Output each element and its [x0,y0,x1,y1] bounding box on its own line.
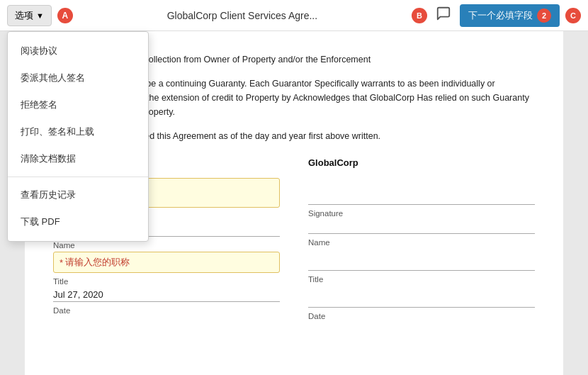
menu-item-clear[interactable]: 清除文档数据 [8,145,148,172]
badge-c: C [565,8,581,23]
options-button[interactable]: 选项 ▼ [7,5,52,26]
document-title: GlobalCorp Client Services Agre... [73,10,412,21]
badge-b: B [412,8,427,23]
globalcorp-column: GlobalCorp Signature Name Title Date [301,157,535,323]
toolbar: 选项 ▼ A GlobalCorp Client Services Agre..… [0,0,588,31]
globalcorp-date-label: Date [308,312,535,320]
menu-item-delegate[interactable]: 委派其他人签名 [8,65,148,91]
title-field-label: Title [53,277,280,286]
chat-icon-button[interactable] [433,3,454,28]
title-input-field[interactable]: * 请输入您的职称 [53,252,280,273]
menu-item-download[interactable]: 下载 PDF [8,208,148,235]
dropdown-menu: 阅读协议 委派其他人签名 拒绝签名 打印、签名和上载 清除文档数据 查看历史记录… [7,31,149,242]
globalcorp-date-field [308,293,535,308]
next-field-label: 下一个必填字段 [468,9,533,22]
globalcorp-sig-field [308,178,535,205]
globalcorp-name-field [308,220,535,234]
menu-item-print[interactable]: 打印、签名和上载 [8,118,148,145]
globalcorp-label: GlobalCorp [308,157,535,168]
globalcorp-sig-label: Signature [308,209,535,218]
toolbar-right: B 下一个必填字段 2 C [412,3,581,28]
options-label: 选项 [15,9,33,22]
menu-item-decline[interactable]: 拒绝签名 [8,91,148,118]
next-required-field-button[interactable]: 下一个必填字段 2 [460,4,560,27]
menu-item-read[interactable]: 阅读协议 [8,38,148,65]
title-placeholder: 请输入您的职称 [65,256,130,269]
menu-item-history[interactable]: 查看历史记录 [8,181,148,208]
badge-a: A [57,8,73,23]
toolbar-left: 选项 ▼ A [7,5,73,26]
date-field-label: Date [53,306,280,315]
globalcorp-title-field [308,257,535,271]
menu-divider [8,177,148,177]
name-field-label: Name [53,241,280,250]
globalcorp-title-label: Title [308,275,535,284]
dropdown-arrow-icon: ▼ [36,11,44,20]
title-required-marker: * [60,257,63,268]
required-field-count: 2 [537,9,551,23]
globalcorp-name-label: Name [308,238,535,247]
date-value: Jul 27, 2020 [53,288,280,302]
